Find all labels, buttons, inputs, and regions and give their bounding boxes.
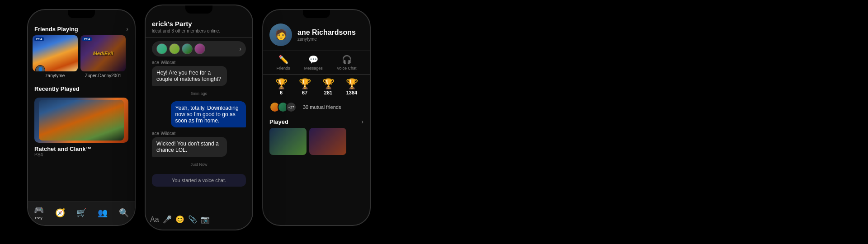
voice-chat-action-icon: 🎧 xyxy=(342,55,352,65)
nav-store[interactable]: 🛒 xyxy=(76,208,86,218)
profile-info: ane Richardsons zanytyme xyxy=(297,28,356,42)
msg-bubble-3: Wicked! You don't stand a chance LOL. xyxy=(152,137,227,157)
store-icon: 🛒 xyxy=(76,208,86,218)
member-avatar-1 xyxy=(156,43,167,54)
msg-bubble-1: Hey! Are you free for a couple of matche… xyxy=(152,66,227,86)
gold-trophy-icon: 🏆 xyxy=(299,78,311,90)
friend-name-2: Zuper-Danny2001 xyxy=(80,73,126,78)
explore-icon: 🧭 xyxy=(55,208,65,218)
profile-name: ane Richardsons xyxy=(297,28,356,37)
trophy-platinum: 🏆 6 xyxy=(275,78,288,95)
profile-header: 🧑 ane Richardsons zanytyme xyxy=(263,23,370,51)
center-screen: erick's Party ldcat and 3 other members … xyxy=(146,5,252,230)
message-2-wrapper: Yeah, totally. Downloading now so I'm go… xyxy=(152,101,246,127)
friend-card-1[interactable]: PS4 👤 zanytyme xyxy=(33,35,78,78)
member-avatar-3 xyxy=(182,43,193,54)
right-screen: 🧑 ane Richardsons zanytyme ✏️ Friends 💬 … xyxy=(263,10,370,225)
nav-play[interactable]: 🎮 Play xyxy=(34,205,44,220)
friend-name-1: zanytyme xyxy=(33,73,78,78)
friends-title: Friends Playing xyxy=(34,26,78,33)
recent-game-2[interactable] xyxy=(309,128,346,155)
play-icon: 🎮 xyxy=(34,205,44,215)
friend-card-2[interactable]: PS4 MediEvil Zuper-Danny2001 xyxy=(80,35,126,78)
profile-actions: ✏️ Friends 💬 Messages 🎧 Voice Chat xyxy=(263,51,370,75)
attachment-icon[interactable]: 📎 xyxy=(188,215,197,224)
mutual-avatar-stack: +27 xyxy=(269,102,297,113)
mutual-count-badge: +27 xyxy=(286,102,297,113)
party-members-bar[interactable]: › xyxy=(152,41,246,56)
phone-left: Friends Playing › PS4 👤 zanytyme xyxy=(27,9,136,226)
camera-icon[interactable]: 📷 xyxy=(201,215,210,224)
text-input-label-icon: Aa xyxy=(150,216,159,224)
chat-input-bar: Aa 🎤 😊 📎 📷 xyxy=(146,209,252,230)
friends-action-label: Friends xyxy=(277,66,290,70)
recently-game-thumb[interactable] xyxy=(34,98,128,143)
bronze-trophy-icon: 🏆 xyxy=(346,78,358,90)
action-voice-chat[interactable]: 🎧 Voice Chat xyxy=(337,55,357,70)
nav-explore[interactable]: 🧭 xyxy=(55,208,65,218)
voice-chat-action-label: Voice Chat xyxy=(337,66,357,70)
action-friends[interactable]: ✏️ Friends xyxy=(277,55,290,70)
recent-game-platform: PS4 xyxy=(34,152,128,157)
recently-header: Recently Played xyxy=(34,83,128,95)
party-chevron-icon: › xyxy=(239,45,241,52)
medievil-text: MediEvil xyxy=(93,51,113,56)
nav-friends[interactable]: 👥 xyxy=(98,208,108,218)
messages-action-icon: 💬 xyxy=(308,55,318,65)
trophy-silver: 🏆 281 xyxy=(322,78,335,95)
mutual-count-text: +27 xyxy=(288,105,294,109)
trophies-row: 🏆 6 🏆 67 🏆 281 🏆 1384 xyxy=(263,75,370,99)
trophy-bronze: 🏆 1384 xyxy=(346,78,358,95)
friends-chevron-icon[interactable]: › xyxy=(126,25,128,33)
party-subtitle: ldcat and 3 other members online. xyxy=(152,28,246,33)
bottom-nav-left: 🎮 Play 🧭 🛒 👥 🔍 xyxy=(28,202,135,225)
message-1: ace-Wildcat Hey! Are you free for a coup… xyxy=(152,60,246,86)
friends-grid: PS4 👤 zanytyme PS4 MediEvil Zuper-Danny2… xyxy=(28,35,135,78)
microphone-icon[interactable]: 🎤 xyxy=(163,215,172,224)
member-avatar-4 xyxy=(194,43,205,54)
recent-game-info: Ratchet and Clank™ PS4 xyxy=(34,143,128,157)
recently-played-section: Played › xyxy=(263,115,370,155)
message-3: ace-Wildcat Wicked! You don't stand a ch… xyxy=(152,131,246,157)
chat-messages: ace-Wildcat Hey! Are you free for a coup… xyxy=(146,60,252,188)
timestamp-1: 5min ago xyxy=(152,91,246,96)
nav-search[interactable]: 🔍 xyxy=(119,208,129,218)
chat-header: erick's Party ldcat and 3 other members … xyxy=(146,14,252,38)
profile-avatar: 🧑 xyxy=(269,23,292,46)
mutual-friends-text: 30 mutual friends xyxy=(303,104,341,110)
game-thumb-concrete-genie: PS4 👤 xyxy=(33,35,78,71)
recently-section: Recently Played Ratchet and Clank™ PS4 xyxy=(28,78,135,157)
game-thumb-medievil: PS4 MediEvil xyxy=(80,35,126,71)
recent-game-1[interactable] xyxy=(269,128,307,155)
recently-games-row xyxy=(269,128,363,155)
recently-played-chevron-icon[interactable]: › xyxy=(361,118,363,125)
emoji-icon[interactable]: 😊 xyxy=(175,215,184,224)
trophy-gold: 🏆 67 xyxy=(299,78,311,95)
notch-center xyxy=(185,5,212,14)
platinum-count: 6 xyxy=(280,90,283,95)
profile-handle: zanytyme xyxy=(297,37,356,42)
platinum-trophy-icon: 🏆 xyxy=(275,78,288,90)
search-nav-icon: 🔍 xyxy=(119,208,129,218)
member-avatar-2 xyxy=(169,43,180,54)
recently-title: Recently Played xyxy=(34,85,80,92)
recently-played-header-row: Played › xyxy=(269,118,363,125)
ratchet-clank-visual xyxy=(39,100,123,141)
messages-action-label: Messages xyxy=(304,66,323,70)
phone-right: 🧑 ane Richardsons zanytyme ✏️ Friends 💬 … xyxy=(262,9,371,226)
nav-play-label: Play xyxy=(35,216,42,220)
friends-action-icon: ✏️ xyxy=(278,55,288,65)
left-screen: Friends Playing › PS4 👤 zanytyme xyxy=(28,10,135,225)
recently-played-title: Played xyxy=(269,118,288,125)
party-title: erick's Party xyxy=(152,20,246,28)
silver-count: 281 xyxy=(324,90,332,95)
timestamp-2: Just Now xyxy=(152,162,246,167)
silver-trophy-icon: 🏆 xyxy=(322,78,335,90)
action-messages[interactable]: 💬 Messages xyxy=(304,55,323,70)
phone-center: erick's Party ldcat and 3 other members … xyxy=(145,5,253,230)
friends-nav-icon: 👥 xyxy=(98,208,108,218)
voice-chat-notice: You started a voice chat. xyxy=(152,174,246,187)
msg-sender-2: ace-Wildcat xyxy=(152,131,246,136)
ps4-badge-2: PS4 xyxy=(82,37,92,41)
recent-game-title: Ratchet and Clank™ xyxy=(34,145,128,152)
